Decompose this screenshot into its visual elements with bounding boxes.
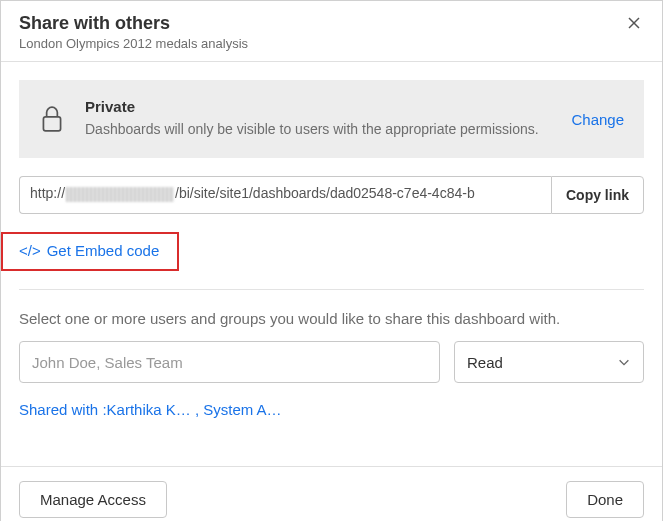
shared-with-names[interactable]: Karthika K… , System A…: [107, 401, 282, 418]
shared-with: Shared with :Karthika K… , System A…: [19, 401, 644, 418]
permission-value: Read: [467, 354, 503, 371]
embed-highlight-box: </> Get Embed code: [1, 232, 179, 271]
share-dialog: Share with others London Olympics 2012 m…: [0, 0, 663, 521]
url-prefix: http://: [30, 185, 65, 201]
close-button[interactable]: [624, 13, 644, 36]
permission-select[interactable]: Read: [454, 341, 644, 383]
share-row: Read: [19, 341, 644, 383]
dialog-body: Private Dashboards will only be visible …: [1, 62, 662, 436]
svg-rect-2: [43, 117, 60, 131]
privacy-title: Private: [85, 98, 559, 115]
copy-link-button[interactable]: Copy link: [551, 176, 644, 214]
privacy-text: Private Dashboards will only be visible …: [85, 98, 559, 140]
privacy-card: Private Dashboards will only be visible …: [19, 80, 644, 158]
shared-with-label: Shared with :: [19, 401, 107, 418]
dialog-subtitle: London Olympics 2012 medals analysis: [19, 36, 248, 51]
embed-label: Get Embed code: [47, 242, 160, 259]
get-embed-code-link[interactable]: </> Get Embed code: [19, 242, 159, 259]
done-button[interactable]: Done: [566, 481, 644, 518]
divider: [19, 289, 644, 290]
user-group-input[interactable]: [19, 341, 440, 383]
dialog-footer: Manage Access Done: [1, 466, 662, 521]
close-icon: [626, 15, 642, 31]
chevron-down-icon: [617, 355, 631, 369]
code-icon: </>: [19, 242, 41, 259]
change-privacy-link[interactable]: Change: [571, 98, 624, 140]
privacy-desc: Dashboards will only be visible to users…: [85, 119, 559, 140]
header-text: Share with others London Olympics 2012 m…: [19, 13, 248, 51]
lock-icon: [39, 104, 65, 137]
dialog-title: Share with others: [19, 13, 248, 34]
link-row: http:///bi/site/site1/dashboards/dad0254…: [19, 176, 644, 214]
url-suffix: /bi/site/site1/dashboards/dad02548-c7e4-…: [175, 185, 475, 201]
privacy-main: Private Dashboards will only be visible …: [85, 98, 624, 140]
share-instruction: Select one or more users and groups you …: [19, 310, 644, 327]
url-redacted: [66, 187, 174, 202]
dialog-header: Share with others London Olympics 2012 m…: [1, 1, 662, 62]
manage-access-button[interactable]: Manage Access: [19, 481, 167, 518]
share-url-field[interactable]: http:///bi/site/site1/dashboards/dad0254…: [19, 176, 551, 214]
